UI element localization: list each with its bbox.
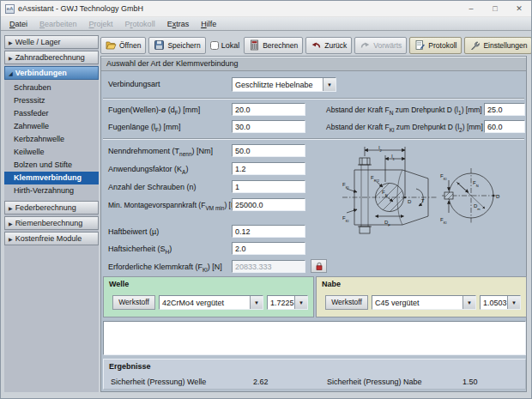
back-arrow-icon [311, 39, 322, 51]
fugenlaenge-input[interactable] [232, 120, 305, 133]
sidebar: ▶ Welle / Lager ▶ Zahnradberechnung ◢ Ve… [4, 35, 99, 392]
anzahl-schrauben-label: Anzahl der Schrauben (n) [108, 183, 196, 191]
nabe-material-select[interactable]: C45 vergütet ▼ [372, 295, 476, 310]
chevron-expanded-icon: ◢ [9, 70, 13, 76]
chevron-down-icon[interactable]: ▼ [294, 296, 307, 309]
abstand-l1-input[interactable] [484, 103, 525, 116]
forward-arrow-icon [360, 39, 371, 51]
diagram-label-d: D [496, 194, 500, 199]
sidebar-item-passfeder[interactable]: Passfeder [4, 107, 99, 120]
sidebar-section-federberechnung[interactable]: ▶ Federberechnung [4, 201, 99, 215]
chevron-right-icon: ▶ [9, 39, 13, 45]
sidebar-item-schrauben[interactable]: Schrauben [4, 82, 99, 94]
nabe-material-value: C45 vergütet [372, 299, 462, 307]
fugenlaenge-label: Fugenlänge (lF) [mm] [108, 123, 181, 131]
chevron-down-icon[interactable]: ▼ [250, 296, 263, 309]
abstand-l1-label: Abstand der Kraft FN zum Drehpunkt D (l1… [326, 106, 482, 114]
diagram-label-fkl: FKl [342, 182, 348, 190]
calculator-icon [249, 39, 260, 51]
calculate-button[interactable]: Berechnen [244, 37, 303, 54]
anzahl-schrauben-input[interactable] [232, 180, 305, 193]
menu-projekt: Projekt [83, 20, 119, 28]
minimize-button[interactable]: – [459, 1, 483, 16]
protocol-button-label: Protokoll [428, 41, 456, 50]
chevron-down-icon[interactable]: ▼ [323, 78, 336, 91]
lock-button[interactable] [311, 259, 327, 273]
haftbeiwert-input[interactable] [232, 225, 305, 238]
menu-protokoll: Protokoll [119, 20, 161, 28]
welle-number-value: 1.7225 [268, 299, 294, 307]
wrench-icon [469, 39, 481, 51]
chevron-down-icon[interactable]: ▼ [462, 296, 475, 309]
sidebar-item-klemmverbindung[interactable]: Klemmverbindung [4, 172, 99, 184]
close-button[interactable]: ✕ [507, 1, 531, 16]
sidebar-section-label: Welle / Lager [15, 38, 61, 46]
diagram-label-fkl: FKl [440, 173, 446, 181]
back-button[interactable]: Zurück [305, 37, 352, 54]
welle-material-select[interactable]: 42CrMo4 vergütet ▼ [159, 295, 263, 310]
titlebar: eA eAssistant - GWJ Technology GmbH – □ … [1, 1, 531, 17]
fugen-durchmesser-input[interactable] [232, 103, 305, 116]
result-nabe-label: Sicherheit (Pressung) Nabe [327, 378, 422, 386]
abstand-l2-input[interactable] [484, 120, 525, 133]
chevron-right-icon: ▶ [9, 236, 13, 242]
save-button-label: Speichern [167, 41, 200, 50]
toolbar: Öffnen Speichern Lokal Berechnen Zurück … [100, 35, 527, 55]
page-title: Auswahl der Art der Klemmverbindung [101, 57, 526, 71]
sidebar-section-riemenberechnung[interactable]: ▶ Riemenberechnung [4, 216, 99, 230]
sidebar-section-verbindungen[interactable]: ◢ Verbindungen [4, 66, 99, 80]
sidebar-section-zahnradberechnung[interactable]: ▶ Zahnradberechnung [4, 51, 99, 64]
sidebar-section-label: Verbindungen [15, 69, 67, 77]
sidebar-item-kerbzahnwelle[interactable]: Kerbzahnwelle [4, 133, 99, 146]
nabe-number-select[interactable]: 1.0503 ▼ [480, 295, 521, 310]
diagram-label-l1: l1 [391, 154, 395, 161]
result-welle-label: Sicherheit (Pressung) Welle [111, 378, 206, 386]
settings-button[interactable]: Einstellungen [464, 37, 532, 54]
verbindungsart-value: Geschlitzte Hebelnabe [233, 81, 323, 89]
menu-hilfe[interactable]: Hilfe [195, 20, 222, 28]
klemmkraft-input [232, 260, 305, 273]
result-nabe-value: 1.50 [462, 378, 478, 386]
nabe-panel: Nabe Werkstoff C45 vergütet ▼ 1.0503 ▼ [316, 276, 527, 317]
anwendungsfaktor-input[interactable] [232, 162, 305, 175]
sidebar-item-presssitz[interactable]: Presssitz [4, 94, 99, 107]
menu-datei[interactable]: Datei [3, 20, 33, 28]
nabe-number-value: 1.0503 [481, 299, 507, 307]
sidebar-item-bolzen-und-stifte[interactable]: Bolzen und Stifte [4, 159, 99, 172]
diagram-label-d: D [408, 199, 412, 204]
sidebar-item-zahnwelle[interactable]: Zahnwelle [4, 120, 99, 133]
app-icon: eA [5, 4, 15, 14]
open-folder-icon [106, 39, 117, 51]
menu-bearbeiten: Bearbeiten [33, 20, 83, 28]
diagram-label-t: T [421, 198, 425, 203]
welle-werkstoff-button[interactable]: Werkstoff [112, 295, 155, 310]
menu-extras[interactable]: Extras [161, 20, 196, 28]
verbindungsart-label: Verbindungsart [108, 80, 160, 88]
chevron-right-icon: ▶ [9, 55, 13, 61]
save-button[interactable]: Speichern [148, 37, 205, 54]
montagevorspannkraft-input[interactable] [232, 198, 305, 211]
sidebar-item-hirth-verzahnung[interactable]: Hirth-Verzahnung [4, 184, 99, 197]
window-title: eAssistant - GWJ Technology GmbH [18, 4, 143, 13]
welle-number-select[interactable]: 1.7225 ▼ [267, 295, 308, 310]
maximize-button[interactable]: □ [483, 1, 507, 16]
nenndrehmoment-label: Nenndrehmoment (Tnenn) [Nm] [108, 147, 213, 155]
results-title: Ergebnisse [109, 362, 151, 371]
separator [103, 98, 524, 100]
verbindungsart-select[interactable]: Geschlitzte Hebelnabe ▼ [232, 77, 336, 92]
sidebar-item-keilwelle[interactable]: Keilwelle [4, 146, 99, 159]
open-button[interactable]: Öffnen [100, 37, 146, 54]
document-icon [414, 39, 426, 51]
haftsicherheit-input[interactable] [232, 242, 305, 255]
content-panel: Auswahl der Art der Klemmverbindung Verb… [100, 56, 527, 392]
message-box [103, 321, 526, 355]
abstand-l2-label: Abstand der Kraft FKl zum Drehpunkt D (l… [326, 123, 483, 131]
sidebar-section-kostenfreie-module[interactable]: ▶ Kostenfreie Module [4, 232, 99, 245]
protocol-button[interactable]: Protokoll [409, 37, 462, 54]
local-checkbox[interactable] [210, 41, 219, 50]
nabe-werkstoff-button[interactable]: Werkstoff [325, 295, 368, 310]
sidebar-section-welle-lager[interactable]: ▶ Welle / Lager [4, 35, 99, 49]
chevron-down-icon[interactable]: ▼ [507, 296, 520, 309]
nenndrehmoment-input[interactable] [232, 144, 305, 157]
lock-icon [314, 261, 324, 271]
